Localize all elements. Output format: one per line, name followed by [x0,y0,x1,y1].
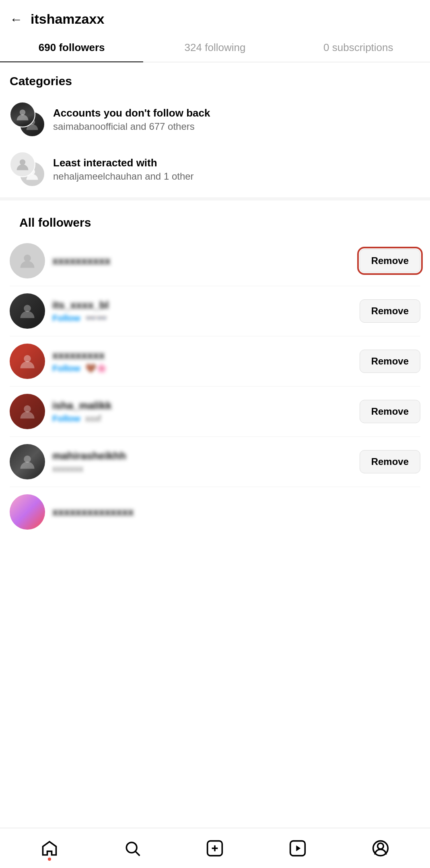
remove-button[interactable]: Remove [360,350,420,373]
home-icon [41,839,58,857]
follower-row: mahirasheikhh xxxxxxx Remove [10,437,420,487]
remove-button[interactable]: Remove [360,249,420,272]
search-icon [123,839,141,857]
category-text-2: Least interacted with nehaljameelchauhan… [53,157,194,182]
remove-button[interactable]: Remove [360,400,420,423]
follower-name: mahirasheikhh [52,450,352,462]
follower-row: its_xxxx_bl Follow 👓👓 Remove [10,286,420,336]
follower-info: xxxxxxxxxxxxxx [52,506,420,518]
add-icon [206,839,224,857]
profile-icon [372,839,389,857]
tab-followers[interactable]: 690 followers [0,33,143,62]
follower-row: xxxxxxxxx Follow 🤎🌸 Remove [10,336,420,387]
back-button[interactable]: ← [10,13,23,26]
follower-sub: Follow xxxf [52,414,352,424]
follower-info: isha_malikk Follow xxxf [52,399,352,424]
avatar [10,494,45,530]
nav-reels[interactable] [284,834,312,862]
avatar [10,344,45,379]
all-followers-title: All followers [10,204,420,236]
svg-point-6 [24,355,31,362]
avatar [10,293,45,329]
tab-following[interactable]: 324 following [143,33,286,62]
reels-icon [289,839,307,857]
svg-marker-15 [296,845,301,851]
remove-button[interactable]: Remove [360,450,420,473]
svg-line-10 [136,852,140,856]
svg-point-7 [24,405,31,413]
section-divider [0,197,430,201]
category-avatar-stack-1 [10,102,45,137]
follower-sub: Follow 👓👓 [52,313,352,323]
remove-button[interactable]: Remove [360,299,420,323]
follower-sub: xxxxxxx [52,464,352,474]
follower-name: xxxxxxxxxxxxxx [52,506,420,518]
category-title-1: Accounts you don't follow back [53,107,210,119]
follower-info: mahirasheikhh xxxxxxx [52,450,352,474]
follower-name: isha_malikk [52,399,352,412]
bottom-nav [0,828,430,868]
follower-info: xxxxxxxxx Follow 🤎🌸 [52,349,352,374]
follower-name: xxxxxxxxxx [52,255,352,267]
category-no-follow-back[interactable]: Accounts you don't follow back saimabano… [0,94,430,144]
nav-home[interactable] [35,834,64,862]
follower-name: its_xxxx_bl [52,299,352,311]
follower-info: its_xxxx_bl Follow 👓👓 [52,299,352,323]
category-least-interacted[interactable]: Least interacted with nehaljameelchauhan… [0,144,430,194]
notification-dot [48,858,51,861]
tabs-bar: 690 followers 324 following 0 subscripti… [0,33,430,62]
categories-section: Categories Accounts you don't follow bac… [0,62,430,194]
tab-subscriptions[interactable]: 0 subscriptions [287,33,430,62]
avatar [10,394,45,429]
svg-point-3 [20,159,25,165]
category-avatar-stack-2 [10,151,45,187]
follower-row: isha_malikk Follow xxxf Remove [10,387,420,437]
all-followers-section: All followers xxxxxxxxxx Remove its_xxxx… [0,204,430,537]
svg-point-1 [20,109,25,115]
svg-point-4 [24,255,31,262]
svg-point-8 [24,456,31,463]
page-title: itshamzaxx [31,11,104,27]
header: ← itshamzaxx [0,0,430,33]
category-text-1: Accounts you don't follow back saimabano… [53,107,210,132]
follower-sub: Follow 🤎🌸 [52,363,352,374]
follower-info: xxxxxxxxxx [52,255,352,267]
follower-row: xxxxxxxxxxxxxx [10,487,420,537]
category-subtitle-2: nehaljameelchauhan and 1 other [53,171,194,182]
svg-point-9 [126,842,137,853]
avatar [10,243,45,278]
categories-title: Categories [0,62,430,94]
nav-profile[interactable] [366,834,395,862]
svg-point-5 [24,305,31,312]
follower-name: xxxxxxxxx [52,349,352,362]
nav-add[interactable] [201,834,229,862]
svg-point-17 [378,843,384,849]
follower-row: xxxxxxxxxx Remove [10,236,420,286]
nav-search[interactable] [118,834,146,862]
avatar [10,444,45,479]
category-title-2: Least interacted with [53,157,194,169]
category-subtitle-1: saimabanoofficial and 677 others [53,121,210,132]
